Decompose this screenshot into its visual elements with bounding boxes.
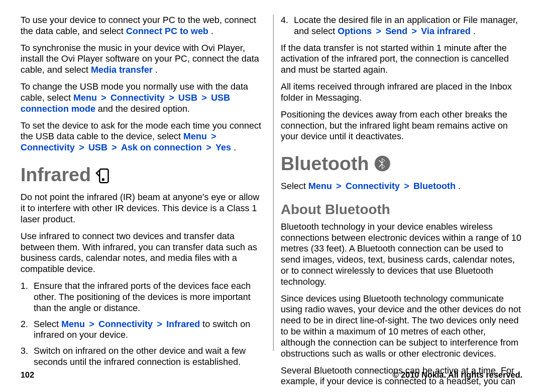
paragraph-bluetooth-select: Select Menu > Connectivity > Bluetooth . [281, 181, 523, 192]
text: . [234, 142, 236, 152]
heading-about-bluetooth: About Bluetooth [281, 201, 523, 218]
infrared-icon [97, 167, 109, 182]
breadcrumb-separator: > [87, 319, 96, 329]
infrared-steps-list: Ensure that the infrared ports of the de… [21, 281, 262, 368]
paragraph-ir-positioning: Positioning the devices away from each o… [281, 109, 523, 142]
right-column: Locate the desired file in an applicatio… [273, 15, 523, 351]
link-menu[interactable]: Menu [61, 319, 85, 329]
link-menu[interactable]: Menu [183, 131, 207, 141]
link-infrared[interactable]: Infrared [166, 319, 200, 329]
breadcrumb-separator: > [402, 181, 411, 191]
paragraph-ir-usage: Use infrared to connect two devices and … [21, 231, 262, 275]
heading-infrared: Infrared [21, 163, 262, 186]
list-item: Ensure that the infrared ports of the de… [21, 281, 262, 314]
breadcrumb-separator: > [155, 319, 164, 329]
breadcrumb-separator: > [209, 131, 218, 141]
list-item-text: Ensure that the infrared ports of the de… [34, 281, 262, 314]
paragraph-connect-pc: To use your device to connect your PC to… [21, 15, 262, 37]
link-connectivity[interactable]: Connectivity [345, 181, 400, 191]
link-send[interactable]: Send [385, 26, 407, 36]
link-usb[interactable]: USB [178, 92, 197, 103]
text: . [155, 65, 158, 75]
link-connectivity[interactable]: Connectivity [99, 319, 153, 329]
breadcrumb-separator: > [334, 181, 343, 191]
text: . [458, 181, 460, 191]
breadcrumb-separator: > [110, 142, 119, 152]
text: Select [34, 319, 61, 329]
left-column: To use your device to connect your PC to… [21, 15, 269, 351]
link-menu[interactable]: Menu [308, 181, 332, 191]
breadcrumb-separator: > [99, 92, 108, 103]
text: To set the device to ask for the mode ea… [21, 120, 261, 142]
breadcrumb-separator: > [205, 142, 213, 152]
link-bluetooth[interactable]: Bluetooth [413, 181, 456, 191]
link-usb[interactable]: USB [88, 142, 107, 152]
link-connect-pc-to-web[interactable]: Connect PC to web [126, 26, 208, 36]
link-connectivity[interactable]: Connectivity [110, 92, 165, 103]
breadcrumb-separator: > [410, 26, 419, 36]
text: . [473, 26, 476, 36]
breadcrumb-separator: > [77, 142, 86, 152]
link-connectivity[interactable]: Connectivity [21, 142, 75, 152]
page-number: 102 [21, 370, 34, 380]
paragraph-ir-inbox: All items received through infrared are … [281, 81, 523, 104]
link-ask-on-connection[interactable]: Ask on connection [121, 142, 202, 152]
text: . [211, 26, 213, 36]
two-column-layout: To use your device to connect your PC to… [21, 15, 522, 351]
link-menu[interactable]: Menu [73, 92, 97, 103]
text: Select [281, 181, 308, 191]
paragraph-bt-radio: Since devices using Bluetooth technology… [281, 293, 523, 360]
paragraph-ir-warning: Do not point the infrared (IR) beam at a… [21, 192, 262, 225]
heading-text: Bluetooth [281, 152, 369, 175]
heading-text: Infrared [21, 163, 91, 186]
paragraph-usb-mode: To change the USB mode you normally use … [21, 81, 262, 114]
paragraph-bt-tech: Bluetooth technology in your device enab… [281, 221, 523, 288]
breadcrumb-separator: > [167, 92, 176, 103]
link-via-infrared[interactable]: Via infrared [421, 26, 471, 36]
infrared-steps-list-continued: Locate the desired file in an applicatio… [281, 15, 523, 37]
paragraph-media-transfer: To synchronise the music in your device … [21, 43, 262, 76]
breadcrumb-separator: > [374, 26, 383, 36]
list-item-text: Locate the desired file in an applicatio… [294, 15, 523, 37]
list-item: Switch on infrared on the other device a… [21, 346, 262, 368]
link-media-transfer[interactable]: Media transfer [91, 65, 152, 75]
heading-bluetooth: Bluetooth [281, 152, 523, 175]
copyright-text: © 2010 Nokia. All rights reserved. [393, 370, 522, 380]
list-item-text: Select Menu > Connectivity > Infrared to… [34, 319, 262, 341]
bluetooth-icon [375, 156, 390, 171]
list-item-text: Switch on infrared on the other device a… [34, 346, 262, 368]
bluetooth-glyph [378, 157, 387, 170]
list-item: Locate the desired file in an applicatio… [281, 15, 523, 37]
page-footer: 102 © 2010 Nokia. All rights reserved. [21, 370, 522, 380]
paragraph-ir-timeout: If the data transfer is not started with… [281, 43, 523, 76]
text: and the desired option. [98, 104, 190, 114]
link-options[interactable]: Options [338, 26, 372, 36]
list-item: Select Menu > Connectivity > Infrared to… [21, 319, 262, 341]
breadcrumb-separator: > [200, 92, 209, 103]
link-yes[interactable]: Yes [216, 142, 231, 152]
paragraph-ask-connection: To set the device to ask for the mode ea… [21, 120, 262, 153]
